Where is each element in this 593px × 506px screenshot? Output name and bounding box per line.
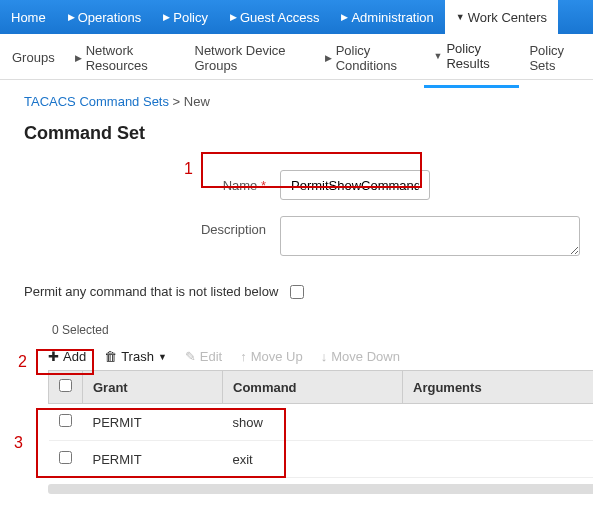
permit-any-checkbox[interactable] (290, 285, 304, 299)
cell-command: exit (223, 441, 403, 478)
table-toolbar: ✚Add 🗑Trash▼ ✎Edit ↑Move Up ↓Move Down (24, 343, 593, 370)
row-checkbox[interactable] (59, 451, 72, 464)
description-row: Description (24, 216, 593, 256)
add-button[interactable]: ✚Add (48, 349, 86, 364)
page-title: Command Set (24, 123, 593, 144)
cell-command: show (223, 404, 403, 441)
sub-nav: Groups ▶Network Resources Network Device… (0, 34, 593, 80)
top-nav: Home ▶Operations ▶Policy ▶Guest Access ▶… (0, 0, 593, 34)
breadcrumb-sep: > (173, 94, 181, 109)
subnav-policy-results[interactable]: ▼Policy Results (424, 37, 520, 88)
nav-administration[interactable]: ▶Administration (330, 0, 444, 34)
permit-any-label: Permit any command that is not listed be… (24, 284, 278, 299)
plus-icon: ✚ (48, 349, 59, 364)
caret-icon: ▶ (163, 12, 170, 22)
nav-guest-access[interactable]: ▶Guest Access (219, 0, 330, 34)
name-label: Name * (24, 178, 280, 193)
select-all-checkbox[interactable] (59, 379, 72, 392)
caret-icon: ▶ (230, 12, 237, 22)
table-row[interactable]: PERMIT show (49, 404, 594, 441)
row-checkbox[interactable] (59, 414, 72, 427)
caret-icon: ▶ (68, 12, 75, 22)
cell-grant: PERMIT (83, 441, 223, 478)
content-area: TACACS Command Sets > New Command Set Na… (0, 80, 593, 494)
trash-button[interactable]: 🗑Trash▼ (104, 349, 167, 364)
arrow-up-icon: ↑ (240, 349, 247, 364)
caret-icon: ▶ (75, 53, 82, 63)
subnav-policy-conditions[interactable]: ▶Policy Conditions (315, 39, 424, 87)
nav-operations[interactable]: ▶Operations (57, 0, 153, 34)
commands-table: Grant Command Arguments PERMIT show PERM… (48, 370, 593, 478)
cell-arguments (403, 441, 594, 478)
edit-icon: ✎ (185, 349, 196, 364)
cell-grant: PERMIT (83, 404, 223, 441)
caret-icon: ▶ (325, 53, 332, 63)
nav-policy[interactable]: ▶Policy (152, 0, 219, 34)
caret-down-icon: ▼ (434, 51, 443, 61)
breadcrumb-parent[interactable]: TACACS Command Sets (24, 94, 169, 109)
name-input[interactable] (280, 170, 430, 200)
moveup-button[interactable]: ↑Move Up (240, 349, 303, 364)
nav-home[interactable]: Home (0, 0, 57, 34)
subnav-network-device-groups[interactable]: Network Device Groups (185, 39, 315, 87)
name-row: Name * (24, 170, 593, 200)
header-checkbox-col (49, 371, 83, 404)
arrow-down-icon: ↓ (321, 349, 328, 364)
movedown-button[interactable]: ↓Move Down (321, 349, 400, 364)
header-grant[interactable]: Grant (83, 371, 223, 404)
cell-arguments (403, 404, 594, 441)
trash-icon: 🗑 (104, 349, 117, 364)
subnav-groups[interactable]: Groups (2, 46, 65, 79)
edit-button[interactable]: ✎Edit (185, 349, 222, 364)
breadcrumb-current: New (184, 94, 210, 109)
horizontal-scrollbar[interactable] (48, 484, 593, 494)
breadcrumb: TACACS Command Sets > New (24, 94, 593, 109)
header-arguments[interactable]: Arguments (403, 371, 594, 404)
description-input[interactable] (280, 216, 580, 256)
table-row[interactable]: PERMIT exit (49, 441, 594, 478)
description-label: Description (24, 216, 280, 237)
subnav-network-resources[interactable]: ▶Network Resources (65, 39, 185, 87)
caret-down-icon: ▼ (158, 352, 167, 362)
caret-icon: ▶ (341, 12, 348, 22)
subnav-policy-sets[interactable]: Policy Sets (519, 39, 591, 87)
nav-work-centers[interactable]: ▼Work Centers (445, 0, 558, 34)
selection-count: 0 Selected (52, 323, 593, 337)
permit-any-row: Permit any command that is not listed be… (24, 284, 593, 299)
caret-down-icon: ▼ (456, 12, 465, 22)
header-command[interactable]: Command (223, 371, 403, 404)
